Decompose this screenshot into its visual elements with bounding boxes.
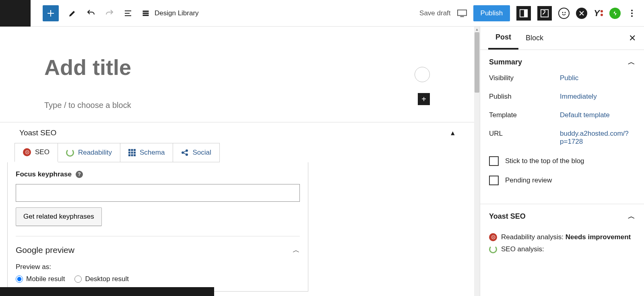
yoast-icon[interactable]: Y xyxy=(594,8,603,19)
jetpack-icon[interactable] xyxy=(609,8,621,19)
stick-checkbox-row[interactable]: Stick to the top of the blog xyxy=(489,156,635,166)
svg-point-8 xyxy=(565,12,566,13)
yoast-metabox-header[interactable]: Yoast SEO ▴ xyxy=(0,122,474,143)
wp-logo[interactable] xyxy=(0,0,31,27)
publish-label: Publish xyxy=(489,93,560,101)
svg-rect-13 xyxy=(131,149,133,151)
redo-icon[interactable] xyxy=(105,8,114,18)
svg-point-9 xyxy=(631,10,633,11)
post-title-input[interactable]: Add title xyxy=(44,55,430,80)
spinner-icon xyxy=(66,149,74,157)
publish-button[interactable]: Publish xyxy=(473,5,510,21)
plugin-icon-2[interactable] xyxy=(576,8,587,19)
design-library-button[interactable]: Design Library xyxy=(142,9,199,17)
edit-icon[interactable] xyxy=(68,8,77,18)
yoast-tab-social[interactable]: Social xyxy=(173,143,219,162)
svg-rect-3 xyxy=(457,10,466,15)
yoast-tab-schema[interactable]: Schema xyxy=(120,143,173,162)
chevron-up-icon[interactable]: ︿ xyxy=(293,245,300,255)
url-value[interactable]: buddy.a2hosted.com/?p=1728 xyxy=(560,130,628,146)
share-icon xyxy=(181,149,188,156)
svg-rect-16 xyxy=(131,152,133,154)
block-prompt[interactable]: Type / to choose a block xyxy=(44,101,430,110)
url-label: URL xyxy=(489,130,560,146)
template-label: Template xyxy=(489,111,560,119)
external-icon[interactable] xyxy=(537,6,552,21)
visibility-value[interactable]: Public xyxy=(560,74,578,82)
yoast-tab-seo[interactable]: ☹ SEO xyxy=(14,143,58,162)
schema-icon xyxy=(128,149,136,156)
checkbox-icon[interactable] xyxy=(489,156,499,166)
chevron-up-icon: ︿ xyxy=(628,57,635,67)
template-value[interactable]: Default template xyxy=(560,111,610,119)
plus-icon xyxy=(46,8,56,18)
list-view-icon[interactable] xyxy=(123,8,133,18)
help-icon[interactable]: ? xyxy=(76,171,83,178)
svg-point-22 xyxy=(182,151,184,154)
yoast-sidebar-header[interactable]: Yoast SEO ︿ xyxy=(480,204,644,228)
save-draft-button[interactable]: Save draft xyxy=(419,9,451,17)
related-keyphrases-button[interactable]: Get related keyphrases xyxy=(16,207,102,226)
pending-checkbox-row[interactable]: Pending review xyxy=(489,176,635,185)
svg-point-7 xyxy=(562,12,564,13)
design-library-label: Design Library xyxy=(155,9,199,17)
svg-rect-5 xyxy=(524,9,527,17)
desktop-result-radio[interactable]: Desktop result xyxy=(74,275,129,283)
google-preview-heading: Google preview xyxy=(16,245,74,255)
seo-analysis-label: SEO analysis: xyxy=(501,245,544,253)
svg-rect-15 xyxy=(128,152,130,154)
checkbox-icon[interactable] xyxy=(489,176,499,185)
sidebar-toggle-icon[interactable] xyxy=(516,6,531,21)
tab-block[interactable]: Block xyxy=(518,27,551,49)
svg-rect-0 xyxy=(143,10,149,12)
yoast-tab-readability[interactable]: Readability xyxy=(58,143,120,162)
svg-rect-14 xyxy=(134,149,136,151)
svg-rect-1 xyxy=(143,12,149,14)
bad-face-icon: ☹ xyxy=(23,148,31,156)
svg-rect-12 xyxy=(128,149,130,151)
svg-point-11 xyxy=(631,15,633,17)
more-options-icon[interactable] xyxy=(627,8,637,18)
plugin-icon-1[interactable] xyxy=(558,8,570,19)
spinner-icon xyxy=(489,245,497,253)
scroll-thumb[interactable] xyxy=(475,32,479,93)
add-block-inline-button[interactable]: + xyxy=(418,93,430,105)
svg-rect-19 xyxy=(131,154,133,156)
preview-icon[interactable] xyxy=(457,8,467,18)
design-library-icon xyxy=(142,9,150,17)
avatar-placeholder xyxy=(415,67,430,82)
chevron-up-icon: ︿ xyxy=(628,211,635,221)
svg-rect-2 xyxy=(143,14,149,16)
publish-value[interactable]: Immediately xyxy=(560,93,597,101)
focus-keyphrase-label: Focus keyphrase xyxy=(16,170,72,178)
svg-rect-17 xyxy=(134,152,136,154)
collapse-icon: ▴ xyxy=(451,128,455,137)
svg-rect-20 xyxy=(134,154,136,156)
svg-rect-18 xyxy=(128,154,130,156)
scroll-up-icon[interactable]: ▲ xyxy=(474,27,480,32)
tab-post[interactable]: Post xyxy=(488,27,518,50)
svg-point-10 xyxy=(631,12,633,14)
preview-as-label: Preview as: xyxy=(16,263,300,271)
visibility-label: Visibility xyxy=(489,74,560,82)
svg-point-23 xyxy=(186,153,188,156)
bad-face-icon: ☹ xyxy=(489,233,497,241)
taskbar-overlay xyxy=(0,287,214,296)
mobile-result-radio[interactable]: Mobile result xyxy=(16,275,65,283)
close-sidebar-button[interactable]: ✕ xyxy=(629,33,636,43)
svg-point-21 xyxy=(186,149,188,152)
add-block-button[interactable] xyxy=(43,5,59,21)
yoast-metabox-title: Yoast SEO xyxy=(19,128,56,137)
editor-scrollbar[interactable]: ▲ xyxy=(474,27,480,296)
undo-icon[interactable] xyxy=(86,8,96,18)
summary-section-header[interactable]: Summary ︿ xyxy=(480,50,644,74)
readability-status: Needs improvement xyxy=(566,233,631,241)
focus-keyphrase-input[interactable] xyxy=(16,184,300,202)
